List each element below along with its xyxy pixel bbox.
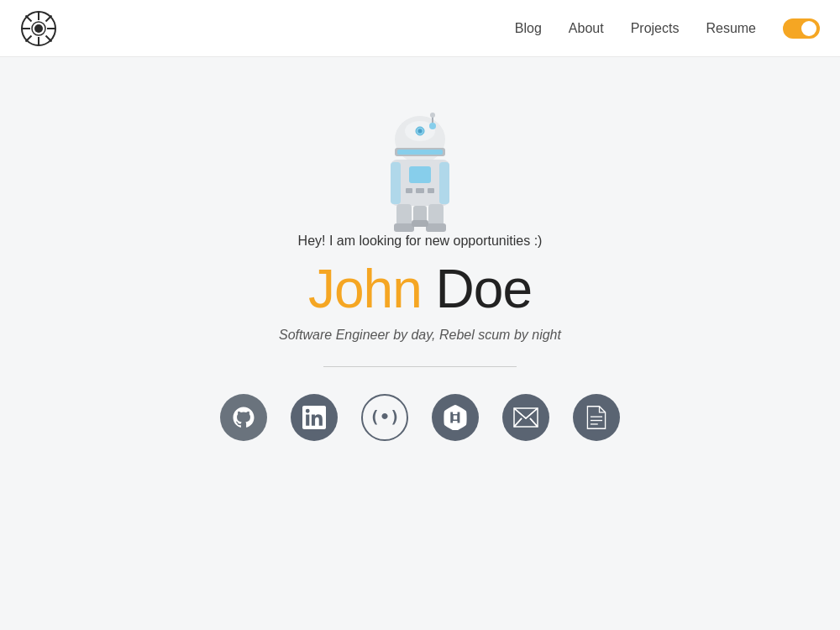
email-link[interactable] xyxy=(502,394,549,441)
svg-rect-22 xyxy=(416,188,424,193)
svg-line-7 xyxy=(46,35,52,41)
svg-line-9 xyxy=(26,35,32,41)
svg-point-32 xyxy=(430,113,435,118)
main-content: Hey! I am looking for new opportunities … xyxy=(0,57,840,441)
svg-rect-27 xyxy=(426,223,446,232)
nav-links: Blog About Projects Resume xyxy=(515,18,820,39)
svg-line-8 xyxy=(46,15,52,21)
hero-name: John Doe xyxy=(308,262,532,316)
toggle-thumb xyxy=(801,21,816,36)
last-name: Doe xyxy=(436,259,532,319)
svg-rect-18 xyxy=(391,162,401,204)
navbar: Blog About Projects Resume xyxy=(0,0,840,57)
nav-about[interactable]: About xyxy=(569,21,604,36)
svg-point-14 xyxy=(418,129,423,134)
linkedin-link[interactable] xyxy=(291,394,338,441)
nav-projects[interactable]: Projects xyxy=(631,21,680,36)
svg-line-36 xyxy=(514,418,522,427)
svg-line-37 xyxy=(530,418,538,427)
hackerrank-link[interactable] xyxy=(432,394,479,441)
svg-line-6 xyxy=(26,15,32,21)
nav-blog[interactable]: Blog xyxy=(515,21,542,36)
github-link[interactable] xyxy=(220,394,267,441)
svg-rect-29 xyxy=(412,220,428,227)
resume-link[interactable] xyxy=(573,394,620,441)
svg-point-10 xyxy=(34,24,43,33)
svg-rect-16 xyxy=(397,150,443,155)
freecodecamp-link[interactable]: (•) xyxy=(361,394,408,441)
r2d2-illustration xyxy=(365,108,475,234)
theme-toggle[interactable] xyxy=(783,18,820,39)
social-icons-row: (•) xyxy=(220,394,620,441)
svg-rect-26 xyxy=(394,223,414,232)
svg-rect-21 xyxy=(406,188,412,193)
nav-resume[interactable]: Resume xyxy=(706,21,756,36)
opportunity-text: Hey! I am looking for new opportunities … xyxy=(298,234,543,249)
first-name: John xyxy=(308,259,422,319)
hero-subtitle: Software Engineer by day, Rebel scum by … xyxy=(279,328,561,343)
svg-point-30 xyxy=(429,123,436,129)
svg-rect-23 xyxy=(428,188,434,193)
site-logo[interactable] xyxy=(20,10,57,47)
svg-rect-20 xyxy=(409,166,431,183)
svg-text:(•): (•) xyxy=(370,407,400,427)
svg-rect-19 xyxy=(439,162,449,204)
section-divider xyxy=(323,366,517,367)
